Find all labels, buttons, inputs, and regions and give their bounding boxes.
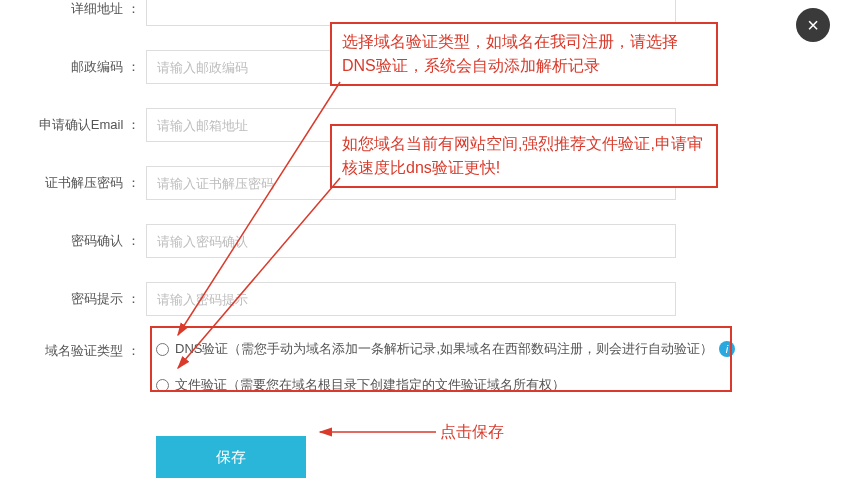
pwd-hint-input[interactable]	[146, 282, 676, 316]
close-icon[interactable]: ×	[796, 8, 830, 42]
save-button[interactable]: 保存	[156, 436, 306, 478]
label-email: 申请确认Email ：	[0, 116, 146, 134]
label-verify-type: 域名验证类型 ：	[0, 340, 146, 360]
dns-verify-radio[interactable]	[156, 343, 169, 356]
dns-verify-option[interactable]: DNS验证（需您手动为域名添加一条解析记录,如果域名在西部数码注册，则会进行自动…	[156, 340, 735, 358]
pwd-confirm-input[interactable]	[146, 224, 676, 258]
file-verify-option[interactable]: 文件验证（需要您在域名根目录下创建指定的文件验证域名所有权）	[156, 376, 735, 394]
file-verify-radio[interactable]	[156, 379, 169, 392]
annotation-save: 点击保存	[440, 422, 504, 443]
label-detail-addr: 详细地址 ：	[0, 0, 146, 18]
file-verify-label: 文件验证（需要您在域名根目录下创建指定的文件验证域名所有权）	[175, 376, 565, 394]
info-icon[interactable]: i	[719, 341, 735, 357]
close-glyph: ×	[807, 14, 819, 37]
annotation-file-faster: 如您域名当前有网站空间,强烈推荐文件验证,申请审核速度比dns验证更快!	[330, 124, 718, 188]
label-postal: 邮政编码 ：	[0, 58, 146, 76]
row-pwd-confirm: 密码确认 ：	[0, 224, 844, 258]
dns-verify-label: DNS验证（需您手动为域名添加一条解析记录,如果域名在西部数码注册，则会进行自动…	[175, 340, 713, 358]
verify-options: DNS验证（需您手动为域名添加一条解析记录,如果域名在西部数码注册，则会进行自动…	[146, 340, 735, 412]
label-unzip-pwd: 证书解压密码 ：	[0, 174, 146, 192]
label-pwd-hint: 密码提示 ：	[0, 290, 146, 308]
row-pwd-hint: 密码提示 ：	[0, 282, 844, 316]
row-verify-type: 域名验证类型 ： DNS验证（需您手动为域名添加一条解析记录,如果域名在西部数码…	[0, 340, 844, 412]
label-pwd-confirm: 密码确认 ：	[0, 232, 146, 250]
annotation-verify-type: 选择域名验证类型，如域名在我司注册，请选择DNS验证，系统会自动添加解析记录	[330, 22, 718, 86]
